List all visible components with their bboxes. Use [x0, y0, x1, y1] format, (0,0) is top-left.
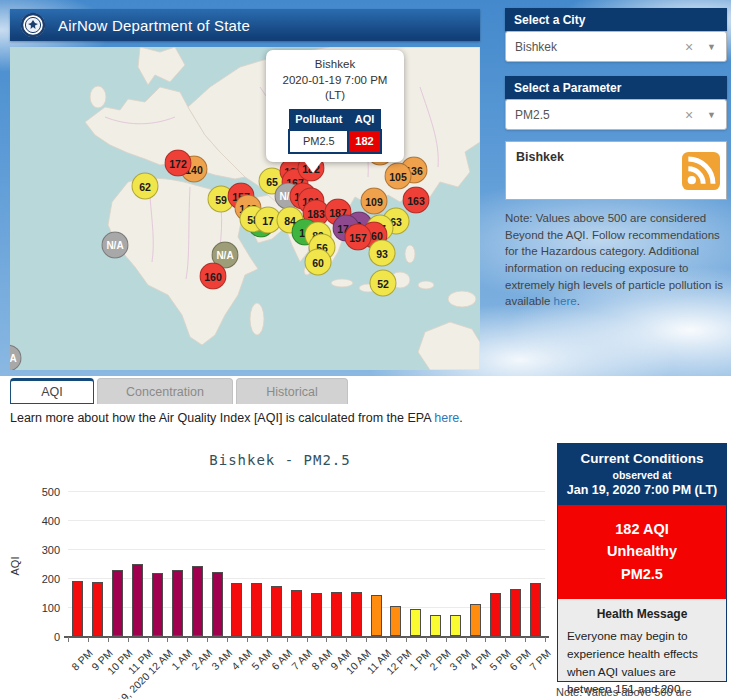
conditions-observed-label: observed at: [562, 469, 722, 481]
chart-bar[interactable]: [331, 592, 342, 636]
city-select[interactable]: Bishkek × ▼: [505, 31, 727, 62]
chart-y-tick-label: 400: [20, 515, 60, 527]
chart-title: Bishkek - PM2.5: [0, 452, 560, 468]
tab-concentration[interactable]: Concentration: [97, 378, 233, 404]
chart-bar[interactable]: [72, 581, 83, 636]
city-clear-icon[interactable]: ×: [685, 39, 693, 55]
chart-x-tick: [406, 637, 407, 642]
chart-bar[interactable]: [291, 590, 302, 636]
aqi-marker[interactable]: 93: [369, 240, 396, 267]
chart-x-tick: [346, 637, 347, 642]
chart-gridline: [68, 549, 545, 550]
map-popup: Bishkek 2020-01-19 7:00 PM (LT) Pollutan…: [266, 50, 404, 162]
parameter-clear-icon[interactable]: ×: [685, 107, 693, 123]
chart-y-tick-label: 200: [20, 573, 60, 585]
aqi-marker[interactable]: 160: [200, 263, 227, 290]
chart-x-tick: [545, 637, 546, 642]
chart-y-tick-label: 500: [20, 486, 60, 498]
chart-x-tick: [68, 637, 69, 642]
chart-bar[interactable]: [172, 570, 183, 636]
tab-aqi[interactable]: AQI: [10, 378, 94, 404]
chart-x-tick: [505, 637, 506, 642]
chart-x-tick: [207, 637, 208, 642]
chart-x-tick: [227, 637, 228, 642]
chart-x-tick: [466, 637, 467, 642]
aqi-marker[interactable]: N/A: [102, 232, 129, 259]
conditions-header: Current Conditions observed at Jan 19, 2…: [558, 444, 726, 505]
current-conditions-panel: Current Conditions observed at Jan 19, 2…: [557, 443, 727, 682]
aqi-marker[interactable]: 157: [345, 224, 372, 251]
chart-bar[interactable]: [470, 604, 481, 636]
chart-bar[interactable]: [430, 615, 441, 636]
chart-bar[interactable]: [251, 583, 262, 636]
parameter-select-value: PM2.5: [515, 108, 550, 122]
parameter-caret-icon[interactable]: ▼: [707, 110, 716, 120]
city-caret-icon[interactable]: ▼: [707, 42, 716, 52]
chart-x-tick: [187, 637, 188, 642]
aqi-marker[interactable]: 109: [361, 188, 388, 215]
chart-bar[interactable]: [371, 595, 382, 636]
chart-x-tick: [167, 637, 168, 642]
popup-datetime: 2020-01-19 7:00 PM (LT): [272, 73, 398, 104]
select-city-label: Select a City: [514, 13, 585, 27]
aqi-marker[interactable]: 62: [132, 173, 159, 200]
popup-aqi-value: 182: [348, 130, 380, 153]
world-map[interactable]: 140172625915714325817N/AN/A16065181167N/…: [10, 47, 480, 370]
chart-x-tick: [386, 637, 387, 642]
parameter-select[interactable]: PM2.5 × ▼: [505, 99, 727, 130]
sidebar-note: Note: Values above 500 are considered Be…: [505, 210, 731, 310]
aqi-marker[interactable]: 172: [165, 150, 192, 177]
chart-bar[interactable]: [271, 586, 282, 636]
rss-feed-box: Bishkek: [505, 141, 727, 200]
chart-x-tick: [426, 637, 427, 642]
rss-city-label: Bishkek: [516, 150, 564, 164]
aqi-marker[interactable]: 60: [305, 249, 332, 276]
conditions-datetime: Jan 19, 2020 7:00 PM (LT): [562, 483, 722, 497]
chart-x-tick: [326, 637, 327, 642]
chart-gridline: [68, 520, 545, 521]
chart-bar[interactable]: [212, 572, 223, 636]
health-message-block: Health Message Everyone may begin to exp…: [558, 599, 726, 699]
chart-bar[interactable]: [510, 589, 521, 636]
health-message-title: Health Message: [567, 607, 717, 621]
chart-bar[interactable]: [231, 583, 242, 636]
chart-y-tick-label: 0: [20, 631, 60, 643]
learn-more-line: Learn more about how the Air Quality Ind…: [10, 411, 463, 425]
chart-bar[interactable]: [530, 583, 541, 636]
conditions-aqi-value: 182 AQI: [558, 518, 726, 540]
chart-bar[interactable]: [92, 582, 103, 636]
app-header: AirNow Department of State: [10, 9, 480, 41]
chart-bar[interactable]: [112, 570, 123, 636]
chart-y-tick-label: 100: [20, 602, 60, 614]
aqi-marker[interactable]: 52: [370, 270, 397, 297]
city-select-value: Bishkek: [515, 40, 557, 54]
chart-x-tick: [307, 637, 308, 642]
chart-bar[interactable]: [192, 566, 203, 636]
popup-aqi-header: AQI: [348, 109, 380, 131]
airnow-page: AirNow Department of State: [0, 0, 731, 699]
chart-x-tick: [88, 637, 89, 642]
chart-bar[interactable]: [490, 593, 501, 637]
conditions-aqi-block: 182 AQI Unhealthy PM2.5: [558, 505, 726, 599]
chart-bar[interactable]: [311, 593, 322, 637]
learn-more-link[interactable]: here: [434, 411, 459, 425]
rss-icon[interactable]: [682, 152, 720, 194]
conditions-category: Unhealthy: [558, 540, 726, 562]
chart-bar[interactable]: [351, 592, 362, 636]
chart-x-tick: [485, 637, 486, 642]
aqi-marker[interactable]: 105: [385, 163, 412, 190]
aqi-marker[interactable]: 163: [403, 187, 430, 214]
tab-historical[interactable]: Historical: [236, 378, 348, 404]
select-parameter-header: Select a Parameter: [505, 76, 727, 99]
bottom-note: Note: Values above 500 are considered: [556, 686, 731, 699]
aqi-bar-chart: Bishkek - PM2.5 AQI 01002003004005008 PM…: [0, 440, 557, 699]
chart-gridline: [68, 491, 545, 492]
chart-bar[interactable]: [390, 606, 401, 636]
chart-bar[interactable]: [132, 564, 143, 637]
chart-bar[interactable]: [450, 615, 461, 636]
chart-plot: 01002003004005008 PM9 PM10 PM11 PM19, 20…: [68, 492, 545, 637]
conditions-pollutant: PM2.5: [558, 563, 726, 585]
chart-bar[interactable]: [410, 609, 421, 636]
chart-bar[interactable]: [152, 573, 163, 636]
sidebar-note-link[interactable]: here: [554, 295, 577, 307]
